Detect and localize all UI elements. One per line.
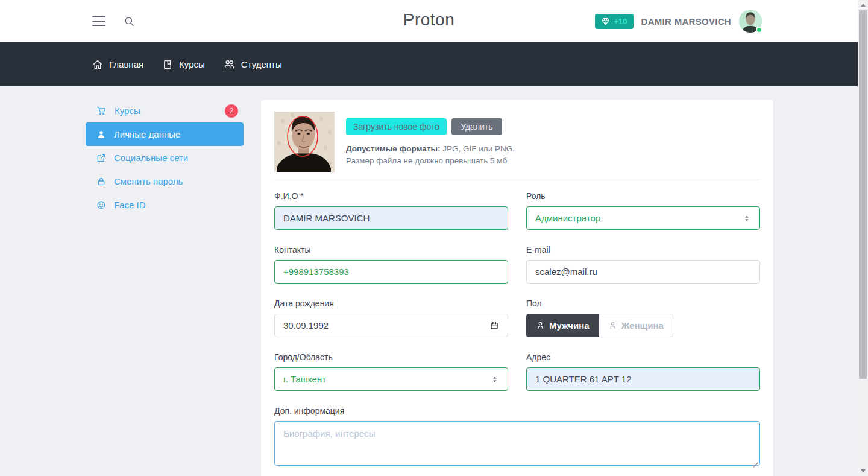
nav-item-label: Главная xyxy=(109,59,143,69)
gender-toggle-group: Мужчина Женщина xyxy=(526,314,673,337)
points-value: +10 xyxy=(614,17,627,26)
field-fio: Ф.И.О * xyxy=(274,191,508,230)
smiley-icon xyxy=(96,200,106,210)
city-selected-value: г. Ташкент xyxy=(283,374,326,384)
field-gender: Пол Мужчина Женщина xyxy=(526,299,760,337)
female-person-icon xyxy=(608,321,617,330)
scrollbar-down-arrow[interactable] xyxy=(858,466,868,476)
page-content: Курсы 2 Личные данные Социальные сети См… xyxy=(0,86,858,476)
nav-item-home[interactable]: Главная xyxy=(92,59,143,70)
contacts-input[interactable] xyxy=(274,260,508,284)
online-status-dot xyxy=(756,27,763,33)
city-select[interactable]: г. Ташкент xyxy=(274,367,508,391)
book-icon xyxy=(162,59,173,70)
field-additional-info: Доп. информация xyxy=(274,406,760,466)
nav-item-label: Курсы xyxy=(179,59,205,69)
personal-data-card: Загрузить новое фото Удалить Допустимые … xyxy=(261,100,773,476)
field-email: E-mail xyxy=(526,245,760,284)
field-contacts: Контакты xyxy=(274,245,508,284)
city-label: Город/Область xyxy=(274,352,508,363)
upload-photo-button[interactable]: Загрузить новое фото xyxy=(346,118,447,135)
fio-label: Ф.И.О * xyxy=(274,191,508,202)
sidebar-item-face-id[interactable]: Face ID xyxy=(86,193,244,217)
users-icon xyxy=(224,59,235,70)
field-city: Город/Область г. Ташкент xyxy=(274,352,508,391)
role-select[interactable]: Администратор xyxy=(526,206,760,230)
sidebar-item-label: Сменить пароль xyxy=(114,176,183,186)
user-name[interactable]: DAMIR MARSOVICH xyxy=(641,16,732,27)
nav-item-students[interactable]: Студенты xyxy=(224,59,282,70)
select-arrows-icon xyxy=(491,375,499,384)
birthdate-value: 30.09.1992 xyxy=(283,320,329,331)
vertical-scrollbar xyxy=(858,0,868,476)
additional-info-textarea[interactable] xyxy=(274,421,760,466)
field-birthdate: Дата рождения 30.09.1992 xyxy=(274,299,508,337)
profile-photo-image xyxy=(274,112,335,172)
courses-count-badge: 2 xyxy=(225,104,238,118)
field-role: Роль Администратор xyxy=(526,191,760,230)
top-header: Proton +10 DAMIR MARSOVICH xyxy=(0,0,858,42)
address-input[interactable] xyxy=(526,367,760,391)
allowed-formats-label: Допустимые форматы: xyxy=(346,144,440,153)
role-selected-value: Администратор xyxy=(535,213,600,223)
scrollbar-up-arrow[interactable] xyxy=(858,0,868,10)
profile-sidebar: Курсы 2 Личные данные Социальные сети См… xyxy=(86,99,244,217)
gender-male-label: Мужчина xyxy=(549,320,590,331)
sidebar-item-personal-data[interactable]: Личные данные xyxy=(86,122,244,146)
fio-input[interactable] xyxy=(274,206,508,230)
user-icon xyxy=(96,130,106,139)
email-label: E-mail xyxy=(526,245,760,255)
address-label: Адрес xyxy=(526,352,760,363)
profile-photo xyxy=(274,112,335,172)
additional-info-label: Доп. информация xyxy=(274,406,760,416)
scrollbar-thumb[interactable] xyxy=(859,10,867,379)
sidebar-item-change-password[interactable]: Сменить пароль xyxy=(86,170,244,193)
home-icon xyxy=(92,59,103,70)
external-link-icon xyxy=(96,153,106,163)
file-size-note: Размер файла не должно превышать 5 мб xyxy=(346,156,507,165)
points-badge[interactable]: +10 xyxy=(595,14,633,29)
nav-item-label: Студенты xyxy=(241,59,282,69)
photo-requirements-note: Допустимые форматы: JPG, GIF или PNG. Ра… xyxy=(346,143,515,167)
nav-item-courses[interactable]: Курсы xyxy=(162,59,205,70)
main-navbar: Главная Курсы Студенты xyxy=(0,42,858,86)
birthdate-label: Дата рождения xyxy=(274,299,508,309)
select-arrows-icon xyxy=(743,214,751,223)
app-window: Proton +10 DAMIR MARSOVICH xyxy=(0,0,858,476)
section-divider xyxy=(274,180,760,180)
gender-label: Пол xyxy=(526,299,760,309)
male-person-icon xyxy=(536,321,545,330)
allowed-formats-list: JPG, GIF или PNG. xyxy=(440,144,514,153)
gender-male-button[interactable]: Мужчина xyxy=(526,314,599,337)
avatar[interactable] xyxy=(739,10,762,33)
gender-female-label: Женщина xyxy=(621,320,664,331)
role-label: Роль xyxy=(526,191,760,202)
sidebar-item-label: Социальные сети xyxy=(114,153,188,163)
sidebar-item-label: Face ID xyxy=(114,200,146,210)
gem-icon xyxy=(601,17,610,26)
lock-icon xyxy=(96,177,106,186)
birthdate-input[interactable]: 30.09.1992 xyxy=(274,314,508,337)
sidebar-item-label: Курсы xyxy=(115,106,140,116)
sidebar-item-label: Личные данные xyxy=(114,129,180,139)
contacts-label: Контакты xyxy=(274,245,508,255)
delete-photo-button[interactable]: Удалить xyxy=(451,118,502,135)
sidebar-item-social-networks[interactable]: Социальные сети xyxy=(86,146,244,170)
field-address: Адрес xyxy=(526,352,760,391)
email-input[interactable] xyxy=(526,260,760,284)
cart-icon xyxy=(96,106,107,116)
gender-female-button[interactable]: Женщина xyxy=(599,314,673,337)
calendar-icon[interactable] xyxy=(489,321,499,331)
sidebar-item-courses[interactable]: Курсы 2 xyxy=(86,99,244,122)
